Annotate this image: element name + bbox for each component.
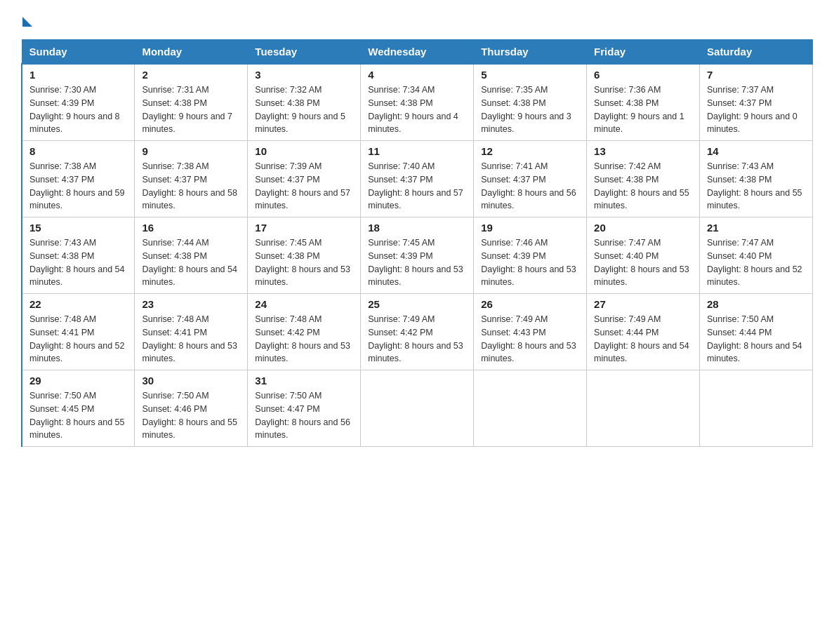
day-info: Sunrise: 7:37 AMSunset: 4:37 PMDaylight:… bbox=[707, 85, 797, 134]
day-number: 29 bbox=[29, 375, 127, 387]
day-info: Sunrise: 7:48 AMSunset: 4:41 PMDaylight:… bbox=[142, 314, 237, 363]
calendar-cell: 28 Sunrise: 7:50 AMSunset: 4:44 PMDaylig… bbox=[700, 294, 813, 370]
day-info: Sunrise: 7:48 AMSunset: 4:42 PMDaylight:… bbox=[255, 314, 350, 363]
day-number: 15 bbox=[29, 222, 127, 234]
day-info: Sunrise: 7:47 AMSunset: 4:40 PMDaylight:… bbox=[594, 238, 689, 287]
calendar-week-4: 22 Sunrise: 7:48 AMSunset: 4:41 PMDaylig… bbox=[22, 294, 813, 370]
day-number: 24 bbox=[255, 298, 353, 310]
day-info: Sunrise: 7:50 AMSunset: 4:44 PMDaylight:… bbox=[707, 314, 802, 363]
day-number: 11 bbox=[368, 145, 466, 157]
calendar-week-3: 15 Sunrise: 7:43 AMSunset: 4:38 PMDaylig… bbox=[22, 217, 813, 294]
day-info: Sunrise: 7:43 AMSunset: 4:38 PMDaylight:… bbox=[707, 161, 802, 210]
calendar-cell: 21 Sunrise: 7:47 AMSunset: 4:40 PMDaylig… bbox=[700, 217, 813, 294]
day-number: 20 bbox=[594, 222, 692, 234]
header-monday: Monday bbox=[135, 40, 248, 65]
day-number: 8 bbox=[29, 145, 127, 157]
day-number: 26 bbox=[481, 298, 579, 310]
day-info: Sunrise: 7:44 AMSunset: 4:38 PMDaylight:… bbox=[142, 238, 237, 287]
day-number: 2 bbox=[142, 69, 240, 81]
header-thursday: Thursday bbox=[474, 40, 587, 65]
day-info: Sunrise: 7:34 AMSunset: 4:38 PMDaylight:… bbox=[368, 85, 458, 134]
day-number: 4 bbox=[368, 69, 466, 81]
day-number: 16 bbox=[142, 222, 240, 234]
calendar-cell: 23 Sunrise: 7:48 AMSunset: 4:41 PMDaylig… bbox=[135, 294, 248, 370]
calendar-cell: 6 Sunrise: 7:36 AMSunset: 4:38 PMDayligh… bbox=[587, 64, 700, 141]
day-number: 1 bbox=[29, 69, 127, 81]
day-info: Sunrise: 7:41 AMSunset: 4:37 PMDaylight:… bbox=[481, 161, 576, 210]
day-info: Sunrise: 7:38 AMSunset: 4:37 PMDaylight:… bbox=[29, 161, 125, 210]
day-number: 25 bbox=[368, 298, 466, 310]
calendar-cell bbox=[587, 370, 700, 447]
day-info: Sunrise: 7:50 AMSunset: 4:46 PMDaylight:… bbox=[142, 391, 237, 440]
day-info: Sunrise: 7:46 AMSunset: 4:39 PMDaylight:… bbox=[481, 238, 576, 287]
day-info: Sunrise: 7:43 AMSunset: 4:38 PMDaylight:… bbox=[29, 238, 125, 287]
day-number: 30 bbox=[142, 375, 240, 387]
day-number: 21 bbox=[707, 222, 805, 234]
calendar-cell: 16 Sunrise: 7:44 AMSunset: 4:38 PMDaylig… bbox=[135, 217, 248, 294]
calendar-cell: 17 Sunrise: 7:45 AMSunset: 4:38 PMDaylig… bbox=[248, 217, 361, 294]
day-info: Sunrise: 7:36 AMSunset: 4:38 PMDaylight:… bbox=[594, 85, 684, 134]
day-info: Sunrise: 7:42 AMSunset: 4:38 PMDaylight:… bbox=[594, 161, 689, 210]
calendar-header-row: SundayMondayTuesdayWednesdayThursdayFrid… bbox=[22, 40, 813, 65]
day-info: Sunrise: 7:49 AMSunset: 4:44 PMDaylight:… bbox=[594, 314, 689, 363]
calendar-cell: 2 Sunrise: 7:31 AMSunset: 4:38 PMDayligh… bbox=[135, 64, 248, 141]
header-saturday: Saturday bbox=[700, 40, 813, 65]
day-number: 23 bbox=[142, 298, 240, 310]
day-info: Sunrise: 7:45 AMSunset: 4:38 PMDaylight:… bbox=[255, 238, 350, 287]
calendar-cell: 11 Sunrise: 7:40 AMSunset: 4:37 PMDaylig… bbox=[361, 141, 474, 217]
calendar-cell: 14 Sunrise: 7:43 AMSunset: 4:38 PMDaylig… bbox=[700, 141, 813, 217]
calendar-cell: 8 Sunrise: 7:38 AMSunset: 4:37 PMDayligh… bbox=[22, 141, 135, 217]
calendar-cell: 5 Sunrise: 7:35 AMSunset: 4:38 PMDayligh… bbox=[474, 64, 587, 141]
day-number: 9 bbox=[142, 145, 240, 157]
day-number: 27 bbox=[594, 298, 692, 310]
calendar-cell: 22 Sunrise: 7:48 AMSunset: 4:41 PMDaylig… bbox=[22, 294, 135, 370]
day-info: Sunrise: 7:49 AMSunset: 4:42 PMDaylight:… bbox=[368, 314, 463, 363]
calendar-cell bbox=[474, 370, 587, 447]
day-number: 6 bbox=[594, 69, 692, 81]
day-number: 22 bbox=[29, 298, 127, 310]
calendar-cell: 7 Sunrise: 7:37 AMSunset: 4:37 PMDayligh… bbox=[700, 64, 813, 141]
calendar-cell: 31 Sunrise: 7:50 AMSunset: 4:47 PMDaylig… bbox=[248, 370, 361, 447]
calendar-cell: 25 Sunrise: 7:49 AMSunset: 4:42 PMDaylig… bbox=[361, 294, 474, 370]
calendar-cell: 15 Sunrise: 7:43 AMSunset: 4:38 PMDaylig… bbox=[22, 217, 135, 294]
day-number: 10 bbox=[255, 145, 353, 157]
day-number: 19 bbox=[481, 222, 579, 234]
day-info: Sunrise: 7:30 AMSunset: 4:39 PMDaylight:… bbox=[29, 85, 120, 134]
calendar-cell: 20 Sunrise: 7:47 AMSunset: 4:40 PMDaylig… bbox=[587, 217, 700, 294]
day-info: Sunrise: 7:31 AMSunset: 4:38 PMDaylight:… bbox=[142, 85, 232, 134]
day-info: Sunrise: 7:50 AMSunset: 4:45 PMDaylight:… bbox=[29, 391, 125, 440]
logo-arrow-icon bbox=[22, 17, 32, 27]
day-number: 12 bbox=[481, 145, 579, 157]
day-number: 13 bbox=[594, 145, 692, 157]
calendar-cell: 13 Sunrise: 7:42 AMSunset: 4:38 PMDaylig… bbox=[587, 141, 700, 217]
day-number: 3 bbox=[255, 69, 353, 81]
calendar-table: SundayMondayTuesdayWednesdayThursdayFrid… bbox=[21, 39, 813, 447]
day-info: Sunrise: 7:49 AMSunset: 4:43 PMDaylight:… bbox=[481, 314, 576, 363]
calendar-cell bbox=[700, 370, 813, 447]
day-info: Sunrise: 7:40 AMSunset: 4:37 PMDaylight:… bbox=[368, 161, 463, 210]
calendar-cell: 10 Sunrise: 7:39 AMSunset: 4:37 PMDaylig… bbox=[248, 141, 361, 217]
day-number: 17 bbox=[255, 222, 353, 234]
header-tuesday: Tuesday bbox=[248, 40, 361, 65]
logo bbox=[21, 14, 32, 27]
day-number: 31 bbox=[255, 375, 353, 387]
day-number: 14 bbox=[707, 145, 805, 157]
calendar-cell: 9 Sunrise: 7:38 AMSunset: 4:37 PMDayligh… bbox=[135, 141, 248, 217]
calendar-cell: 4 Sunrise: 7:34 AMSunset: 4:38 PMDayligh… bbox=[361, 64, 474, 141]
header-friday: Friday bbox=[587, 40, 700, 65]
calendar-cell: 27 Sunrise: 7:49 AMSunset: 4:44 PMDaylig… bbox=[587, 294, 700, 370]
calendar-cell: 29 Sunrise: 7:50 AMSunset: 4:45 PMDaylig… bbox=[22, 370, 135, 447]
day-info: Sunrise: 7:35 AMSunset: 4:38 PMDaylight:… bbox=[481, 85, 571, 134]
header-wednesday: Wednesday bbox=[361, 40, 474, 65]
calendar-cell: 24 Sunrise: 7:48 AMSunset: 4:42 PMDaylig… bbox=[248, 294, 361, 370]
calendar-cell: 3 Sunrise: 7:32 AMSunset: 4:38 PMDayligh… bbox=[248, 64, 361, 141]
day-info: Sunrise: 7:38 AMSunset: 4:37 PMDaylight:… bbox=[142, 161, 237, 210]
day-info: Sunrise: 7:39 AMSunset: 4:37 PMDaylight:… bbox=[255, 161, 350, 210]
calendar-week-1: 1 Sunrise: 7:30 AMSunset: 4:39 PMDayligh… bbox=[22, 64, 813, 141]
calendar-cell: 1 Sunrise: 7:30 AMSunset: 4:39 PMDayligh… bbox=[22, 64, 135, 141]
day-number: 18 bbox=[368, 222, 466, 234]
day-info: Sunrise: 7:45 AMSunset: 4:39 PMDaylight:… bbox=[368, 238, 463, 287]
calendar-cell bbox=[361, 370, 474, 447]
calendar-cell: 19 Sunrise: 7:46 AMSunset: 4:39 PMDaylig… bbox=[474, 217, 587, 294]
day-number: 28 bbox=[707, 298, 805, 310]
